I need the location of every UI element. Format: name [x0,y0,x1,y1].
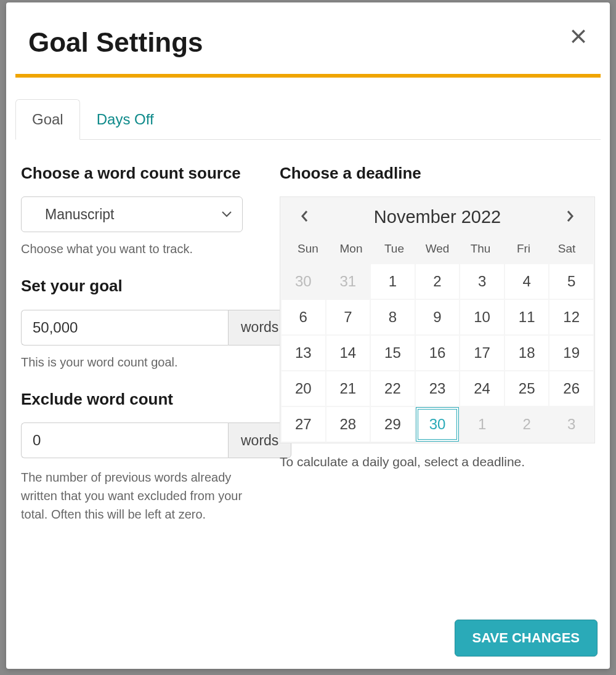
calendar-day: 2 [505,407,549,442]
calendar-day[interactable]: 7 [326,300,370,334]
goal-help: This is your word count goal. [21,355,262,370]
tabs: Goal Days Off [15,99,601,140]
calendar-day[interactable]: 2 [416,264,460,299]
calendar-day[interactable]: 29 [371,407,415,442]
chevron-left-icon [301,211,308,222]
deadline-heading: Choose a deadline [280,162,595,184]
calendar-day[interactable]: 27 [282,407,325,442]
exclude-section: Exclude word count words The number of p… [21,388,262,523]
source-heading: Choose a word count source [21,162,262,184]
calendar-day[interactable]: 20 [282,371,325,406]
source-help: Choose what you want to track. [21,242,262,256]
exclude-input[interactable] [21,422,228,458]
days-grid: 3031123456789101112131415161718192021222… [280,264,594,443]
source-section: Choose a word count source Manuscript Ch… [21,162,262,256]
calendar-day[interactable]: 5 [549,264,593,299]
modal-content: Choose a word count source Manuscript Ch… [6,140,610,554]
goal-section: Set your goal words This is your word co… [21,275,262,369]
calendar-day[interactable]: 11 [505,300,549,334]
close-icon [570,28,586,44]
tab-goal[interactable]: Goal [15,99,80,140]
calendar-day[interactable]: 8 [371,300,415,334]
calendar-day: 30 [282,264,325,299]
calendar-day[interactable]: 6 [282,300,325,334]
calendar-day[interactable]: 18 [505,336,549,370]
weekday-label: Tue [373,237,416,261]
left-column: Choose a word count source Manuscript Ch… [21,162,280,542]
calendar-day[interactable]: 1 [371,264,415,299]
modal-header: Goal Settings [6,2,610,74]
calendar-day[interactable]: 15 [371,336,415,370]
weekday-row: SunMonTueWedThuFriSat [280,237,594,264]
calendar-day[interactable]: 28 [326,407,370,442]
calendar-day[interactable]: 21 [326,371,370,406]
modal-footer: SAVE CHANGES [455,620,598,657]
chevron-right-icon [567,211,573,222]
calendar-day[interactable]: 13 [282,336,325,370]
exclude-heading: Exclude word count [21,388,262,410]
goal-settings-modal: Goal Settings Goal Days Off Choose a wor… [6,2,610,669]
weekday-label: Sat [545,237,588,261]
weekday-label: Sun [286,237,330,261]
save-changes-button[interactable]: SAVE CHANGES [455,620,598,657]
calendar-day[interactable]: 22 [371,371,415,406]
weekday-label: Wed [416,237,459,261]
weekday-label: Mon [330,237,373,261]
calendar-day[interactable]: 12 [549,300,593,334]
weekday-label: Thu [459,237,502,261]
goal-input[interactable] [21,310,228,346]
accent-bar [15,74,601,78]
modal-title: Goal Settings [28,27,588,58]
calendar-day[interactable]: 16 [416,336,460,370]
calendar-day: 31 [326,264,370,299]
calendar-day[interactable]: 9 [416,300,460,334]
month-label: November 2022 [374,207,501,227]
calendar-day[interactable]: 30 [416,407,460,442]
calendar-header: November 2022 [280,197,594,237]
calendar-day[interactable]: 24 [460,371,504,406]
calendar-day[interactable]: 4 [505,264,549,299]
calendar-day[interactable]: 14 [326,336,370,370]
source-select-wrapper: Manuscript [21,196,243,232]
prev-month-button[interactable] [298,207,312,227]
goal-heading: Set your goal [21,275,262,297]
next-month-button[interactable] [563,207,577,227]
calendar-day[interactable]: 10 [460,300,504,334]
calendar-day: 3 [549,407,593,442]
calendar-day[interactable]: 26 [549,371,593,406]
calendar-day[interactable]: 23 [416,371,460,406]
calendar-day[interactable]: 3 [460,264,504,299]
source-select[interactable]: Manuscript [21,196,243,232]
weekday-label: Fri [502,237,545,261]
tab-days-off[interactable]: Days Off [80,99,171,140]
goal-input-group: words [21,310,243,346]
calendar-day[interactable]: 25 [505,371,549,406]
right-column: Choose a deadline November 2022 SunMonTu… [280,162,595,542]
deadline-calendar: November 2022 SunMonTueWedThuFriSat 3031… [280,196,595,443]
calendar-day: 1 [460,407,504,442]
exclude-input-group: words [21,422,243,458]
deadline-help: To calculate a daily goal, select a dead… [280,455,595,469]
calendar-day[interactable]: 19 [549,336,593,370]
close-button[interactable] [567,25,590,50]
calendar-day[interactable]: 17 [460,336,504,370]
exclude-help: The number of previous words already wri… [21,468,262,523]
